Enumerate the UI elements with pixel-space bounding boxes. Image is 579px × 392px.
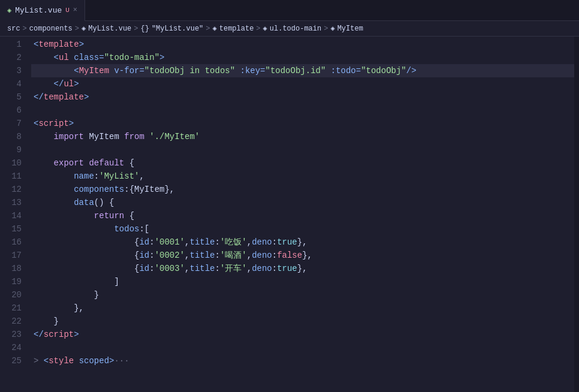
attr-class-val: "todo-main" (104, 51, 159, 64)
breadcrumb: src > components > ◈ MyList.vue > {} "My… (0, 21, 579, 37)
comma-id-17: , (185, 249, 189, 262)
attr-vfor-val: "todoObj in todos" (144, 64, 235, 77)
key-data: data (74, 196, 94, 209)
colon-deno-17: : (272, 249, 277, 262)
colon-11: : (94, 170, 99, 183)
key-title-18: title (189, 262, 215, 275)
indent-10 (34, 156, 54, 170)
colon-title-17: : (215, 249, 220, 262)
tag-close-1: > (79, 38, 84, 51)
code-line-21: }, (31, 301, 574, 315)
obj-close-16: }, (297, 236, 307, 249)
code-editor: 1 2 3 4 5 6 7 8 9 10 11 12 13 14 15 16 1… (0, 37, 579, 392)
scrollbar[interactable] (574, 37, 579, 392)
bc-comp: MyItem (337, 25, 363, 33)
bc-ul-icon: ◈ (263, 24, 267, 33)
line-num-13: 13 (5, 196, 22, 209)
line-num-18: 18 (5, 262, 22, 275)
indent-8 (34, 130, 54, 143)
attr-key: :key= (235, 64, 265, 77)
code-line-14: return { (31, 209, 574, 222)
code-line-2: <ul class="todo-main"> (31, 51, 574, 64)
kw-import: import (54, 130, 84, 143)
bc-template: template (219, 25, 254, 33)
code-line-12: components:{MyItem}, (31, 183, 574, 196)
code-line-6 (31, 104, 574, 117)
code-line-19: ] (31, 275, 574, 288)
tag-close-23: > (74, 328, 79, 341)
colon-title-18: : (215, 262, 220, 275)
code-line-4: </ul> (31, 77, 574, 91)
bc-mylist-1: MyList.vue (88, 25, 131, 33)
bc-ul: ul.todo-main (270, 25, 321, 33)
indent-17 (34, 249, 134, 262)
indent-15 (34, 222, 114, 236)
tab-modified-badge: U (65, 7, 70, 14)
bc-sep-2: > (75, 25, 79, 33)
indent-12 (34, 183, 74, 196)
tag-ul-close: ul (64, 77, 74, 91)
kw-default: default (89, 156, 124, 170)
bc-src: src (7, 25, 20, 33)
line-num-25: 25 (5, 354, 22, 367)
code-line-7: <script> (31, 117, 574, 130)
code-line-8: import MyItem from './MyItem' (31, 130, 574, 143)
bc-sep-6: > (324, 25, 328, 33)
code-content[interactable]: <template> <ul class="todo-main"> <MyIte… (31, 37, 574, 392)
comma-title-16: , (247, 236, 252, 249)
code-line-22: } (31, 315, 574, 328)
val-components: MyItem (134, 183, 164, 196)
code-line-3: <MyItem v-for="todoObj in todos" :key="t… (31, 64, 574, 77)
key-id-16: id (139, 236, 149, 249)
comma-11: , (139, 170, 144, 183)
brace-close-12: }, (164, 183, 174, 196)
colon-12: :{ (124, 183, 134, 196)
line-num-14: 14 (5, 209, 22, 222)
line-num-21: 21 (5, 301, 22, 315)
brace-open-10: { (124, 156, 134, 170)
key-deno-17: deno (252, 249, 272, 262)
brace-close-20: } (94, 288, 99, 301)
colon-deno-18: : (272, 262, 277, 275)
key-id-17: id (139, 249, 149, 262)
val-deno-16: true (277, 236, 297, 249)
tag-close-5: > (84, 91, 89, 104)
data-paren: () { (94, 196, 114, 209)
code-line-9 (31, 143, 574, 156)
tag-script-close: script (44, 328, 74, 341)
tag-open-3: < (74, 64, 79, 77)
tag-close-2: > (159, 51, 164, 64)
indent-16 (34, 236, 134, 249)
code-line-11: name:'MyList', (31, 170, 574, 183)
tab-close-button[interactable]: × (73, 6, 77, 14)
line-num-11: 11 (5, 170, 22, 183)
key-title-17: title (189, 249, 215, 262)
comma-id-18: , (185, 262, 189, 275)
code-line-13: data() { (31, 196, 574, 209)
code-line-16: {id:'0001',title:'吃饭',deno:true}, (31, 236, 574, 249)
key-components: components (74, 183, 124, 196)
tag-ul: ul (59, 51, 69, 64)
key-name: name (74, 170, 94, 183)
colon-id-16: : (149, 236, 154, 249)
indent-3 (34, 64, 74, 77)
brace-close-22: } (54, 315, 59, 328)
line-num-20: 20 (5, 288, 22, 301)
key-todos: todos (114, 222, 139, 236)
key-title-16: title (189, 236, 215, 249)
code-line-5: </template> (31, 91, 574, 104)
code-line-23: </script> (31, 328, 574, 341)
indent-21 (34, 301, 74, 315)
tag-open-23: </ (34, 328, 44, 341)
tag-template-1: template (38, 38, 79, 51)
line-num-19: 19 (5, 275, 22, 288)
tag-open-5: </ (34, 91, 44, 104)
import-path: './MyItem' (144, 130, 200, 143)
editor-tab[interactable]: ◈ MyList.vue U × (0, 0, 85, 21)
indent-4 (34, 77, 54, 91)
line-num-1: 1 (5, 38, 22, 51)
line-num-5: 5 (5, 91, 22, 104)
tag-close-25: > (109, 354, 114, 367)
bc-sep-5: > (256, 25, 260, 33)
line-num-6: 6 (5, 104, 22, 117)
